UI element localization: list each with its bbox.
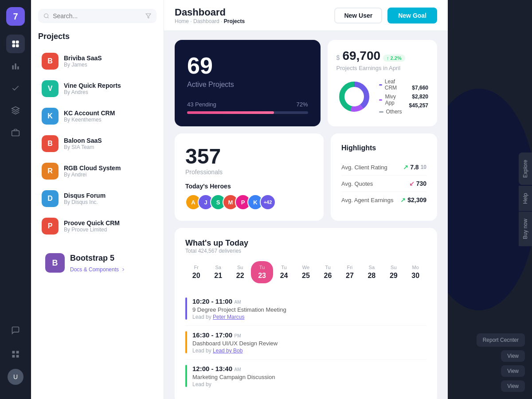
tab-explore[interactable]: Explore (519, 153, 532, 185)
legend: Leaf CRM Mivy App Others (379, 78, 402, 115)
cal-day-30[interactable]: Mo30 (405, 261, 426, 283)
project-name-disqus: Disqus Forum (64, 192, 106, 199)
project-info-baloon: Baloon SaaS By SIA Team (64, 137, 102, 150)
pending-row: 43 Pending 72% (187, 101, 308, 108)
cal-day-23[interactable]: Tu23 (251, 261, 273, 283)
project-info-rgb: RGB Cloud System By Andrei (64, 164, 121, 178)
day-num-26: 26 (319, 272, 337, 280)
highlights-title: Highlights (341, 144, 426, 152)
project-item-baloon[interactable]: B Baloon SaaS By SIA Team (38, 131, 156, 156)
cal-day-27[interactable]: Fri27 (339, 261, 360, 283)
event-details-2: 12:00 - 13:40 AM Marketing Campaign Disc… (192, 365, 275, 387)
svg-rect-1 (16, 41, 19, 44)
right-panel: Explore Help Buy now Report Cecnter View… (448, 0, 532, 399)
header-left: Dashboard Home · Dashboard · Projects (175, 7, 245, 24)
day-name-27: Fri (340, 265, 359, 270)
svg-rect-9 (12, 351, 15, 354)
cal-day-24[interactable]: Tu24 (273, 261, 295, 283)
sidebar-item-layers[interactable] (6, 101, 25, 120)
event-bar-1 (185, 331, 187, 353)
project-item-proove[interactable]: P Proove Quick CRM By Proove Limited (38, 213, 156, 239)
page-title: Dashboard (175, 7, 245, 18)
earnings-amount: 69,700 (342, 49, 380, 63)
project-item-rgb[interactable]: R RGB Cloud System By Andrei (38, 158, 156, 184)
svg-rect-10 (16, 351, 19, 354)
svg-rect-8 (12, 131, 20, 136)
cal-day-20[interactable]: Fr20 (185, 261, 207, 283)
project-item-kc[interactable]: K KC Account CRM By Keenthemes (38, 103, 156, 129)
bootstrap-card[interactable]: B Bootstrap 5 Docs & Components (38, 246, 156, 280)
day-name-28: Sa (363, 265, 381, 270)
active-projects-count: 69 (187, 52, 308, 79)
highlight-label-quotes: Avg. Quotes (341, 180, 373, 187)
search-icon (43, 12, 49, 20)
event-lead-2: Lead by (192, 381, 275, 387)
project-name-briviba: Briviba SaaS (64, 55, 102, 62)
cal-day-28[interactable]: Sa28 (361, 261, 383, 283)
event-lead-0: Lead by Peter Marcus (192, 314, 286, 320)
cal-day-26[interactable]: Tu26 (317, 261, 339, 283)
right-panel-bottom: Report Cecnter View View View (448, 326, 532, 399)
pending-percent: 72% (297, 101, 308, 108)
progress-bar-container (187, 111, 308, 114)
project-item-vine[interactable]: V Vine Quick Reports By Andres (38, 76, 156, 102)
search-input[interactable] (53, 12, 142, 20)
calendar-title: What's up Today (185, 239, 248, 248)
breadcrumb-home[interactable]: Home (175, 18, 189, 24)
event-lead-link-0[interactable]: Peter Marcus (213, 314, 244, 320)
legend-val-mivy: $2,820 (409, 94, 428, 100)
project-info-briviba: Briviba SaaS By James (64, 55, 102, 68)
sidebar-item-analytics[interactable] (6, 57, 25, 75)
right-panel-tabs: Explore Help Buy now (519, 153, 532, 246)
project-item-disqus[interactable]: D Disqus Forum By Disqus Inc. (38, 186, 156, 211)
hero-avatars: A J S M P K +42 (185, 194, 313, 210)
app-badge[interactable]: 7 (6, 7, 25, 26)
filter-icon[interactable] (145, 12, 151, 20)
cal-day-21[interactable]: Sa21 (207, 261, 229, 283)
project-name-rgb: RGB Cloud System (64, 164, 121, 172)
heroes-section: Today's Heroes A J S M P K +42 (185, 183, 313, 210)
event-lead-link-1[interactable]: Lead by Bob (213, 348, 243, 354)
earnings-badge: ↑ 2.2% (383, 55, 405, 62)
day-name-21: Sa (209, 265, 227, 270)
sidebar-item-messages[interactable] (6, 321, 25, 340)
svg-rect-0 (12, 41, 16, 44)
highlights-card: Highlights Avg. Client Rating ↗ 7.8 10 A… (331, 133, 437, 221)
tab-buy-now[interactable]: Buy now (519, 212, 532, 246)
project-name-proove: Proove Quick CRM (64, 219, 120, 227)
project-item-briviba[interactable]: B Briviba SaaS By James (38, 48, 156, 74)
user-avatar[interactable]: U (8, 369, 23, 385)
cal-day-25[interactable]: We25 (295, 261, 317, 283)
day-num-23: 23 (253, 272, 271, 280)
sidebar-item-briefcase[interactable] (6, 123, 25, 142)
sidebar-item-dashboard[interactable] (6, 35, 25, 53)
breadcrumb-dashboard[interactable]: Dashboard (193, 18, 219, 24)
cal-day-29[interactable]: Su29 (383, 261, 404, 283)
day-num-28: 28 (363, 272, 381, 280)
docs-link[interactable]: Docs & Components (70, 266, 126, 273)
new-user-button[interactable]: New User (334, 8, 382, 23)
projects-panel: Projects B Briviba SaaS By James V Vine … (31, 0, 164, 399)
legend-item-mivy: Mivy App (379, 94, 402, 106)
tab-help[interactable]: Help (519, 186, 532, 211)
day-name-29: Su (384, 265, 403, 270)
sidebar-item-tasks[interactable] (6, 79, 25, 98)
cal-day-22[interactable]: Su22 (229, 261, 251, 283)
project-name-kc: KC Account CRM (64, 110, 115, 117)
day-name-22: Su (231, 265, 249, 270)
svg-rect-6 (17, 66, 19, 70)
new-goal-button[interactable]: New Goal (387, 8, 437, 23)
projects-list: B Briviba SaaS By James V Vine Quick Rep… (38, 48, 156, 239)
professionals-label: Professionals (185, 168, 313, 176)
report-center-button[interactable]: Report Cecnter (477, 333, 525, 347)
day-num-22: 22 (231, 272, 249, 280)
view-button-2[interactable]: View (501, 365, 525, 377)
progress-bar-fill (187, 111, 274, 114)
project-author-baloon: By SIA Team (64, 144, 102, 150)
view-button-3[interactable]: View (501, 380, 525, 392)
bootstrap-label: Bootstrap 5 (70, 254, 126, 263)
view-button-1[interactable]: View (501, 350, 525, 362)
project-info-vine: Vine Quick Reports By Andres (64, 82, 121, 95)
event-bar-2 (185, 365, 187, 387)
sidebar-item-grid2[interactable] (6, 345, 25, 364)
